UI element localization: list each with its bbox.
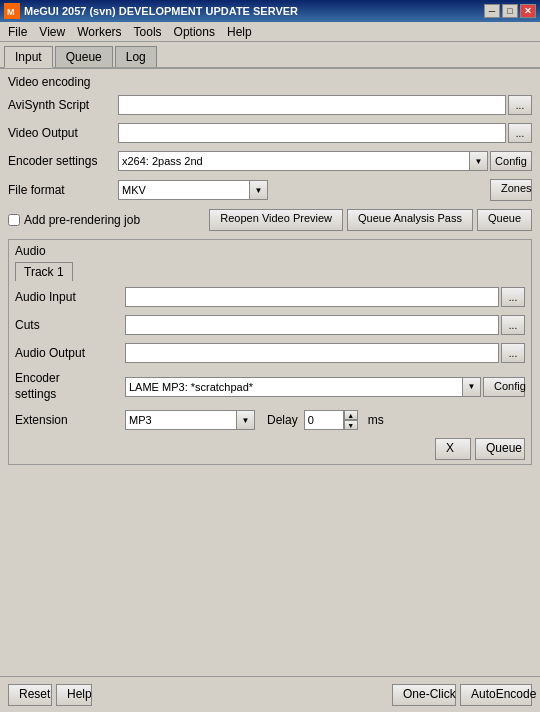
avisynth-row: AviSynth Script ... xyxy=(8,95,532,115)
extension-row: Extension ▼ Delay ▲ ▼ ms xyxy=(15,410,525,430)
audio-encoder-settings-dropdown[interactable] xyxy=(125,377,463,397)
audio-output-label: Audio Output xyxy=(15,346,125,360)
cuts-input[interactable] xyxy=(125,315,499,335)
menu-file[interactable]: File xyxy=(2,23,33,41)
menu-options[interactable]: Options xyxy=(168,23,221,41)
audio-section: Audio Track 1 Audio Input ... Cuts ... xyxy=(8,239,532,465)
encoder-settings-config-button[interactable]: Config xyxy=(490,151,532,171)
auto-encode-button[interactable]: AutoEncode xyxy=(460,684,532,706)
video-queue-button[interactable]: Queue xyxy=(477,209,532,231)
queue-analysis-pass-button[interactable]: Queue Analysis Pass xyxy=(347,209,473,231)
zones-button[interactable]: Zones xyxy=(490,179,532,201)
app-icon: M xyxy=(4,3,20,19)
tab-input[interactable]: Input xyxy=(4,46,53,68)
delay-down-button[interactable]: ▼ xyxy=(344,420,358,430)
audio-track-tab[interactable]: Track 1 xyxy=(15,262,73,281)
tab-log[interactable]: Log xyxy=(115,46,157,67)
audio-input-row: Audio Input ... xyxy=(15,287,525,307)
extension-label: Extension xyxy=(15,413,125,427)
avisynth-label: AviSynth Script xyxy=(8,98,118,112)
video-encoding-label: Video encoding xyxy=(8,75,532,89)
encoder-settings-label: Encoder settings xyxy=(8,154,118,168)
svg-text:M: M xyxy=(7,7,15,17)
audio-output-row: Audio Output ... xyxy=(15,343,525,363)
title-text: MeGUI 2057 (svn) DEVELOPMENT UPDATE SERV… xyxy=(24,5,298,17)
audio-encoder-config-button[interactable]: Config xyxy=(483,377,525,397)
video-output-input[interactable] xyxy=(118,123,506,143)
file-format-dropdown[interactable] xyxy=(118,180,250,200)
audio-tab-bar: Track 1 xyxy=(15,262,525,281)
maximize-button[interactable]: □ xyxy=(502,4,518,18)
delay-up-button[interactable]: ▲ xyxy=(344,410,358,420)
bottom-bar: Reset Help One-Click AutoEncode xyxy=(0,676,540,712)
menu-bar: File View Workers Tools Options Help xyxy=(0,22,540,42)
audio-encoder-settings-row: Encodersettings ▼ Config xyxy=(15,371,525,402)
delay-input[interactable] xyxy=(304,410,344,430)
audio-bottom-buttons: X Queue xyxy=(15,438,525,460)
help-button[interactable]: Help xyxy=(56,684,92,706)
tab-bar: Input Queue Log xyxy=(0,42,540,69)
avisynth-browse-button[interactable]: ... xyxy=(508,95,532,115)
file-format-arrow[interactable]: ▼ xyxy=(250,180,268,200)
delay-spinner[interactable]: ▲ ▼ xyxy=(344,410,358,430)
file-format-row: File format ▼ Zones xyxy=(8,179,532,201)
audio-input-label: Audio Input xyxy=(15,290,125,304)
main-content: Video encoding AviSynth Script ... Video… xyxy=(0,69,540,669)
video-output-row: Video Output ... xyxy=(8,123,532,143)
video-output-label: Video Output xyxy=(8,126,118,140)
audio-output-browse-button[interactable]: ... xyxy=(501,343,525,363)
close-button[interactable]: ✕ xyxy=(520,4,536,18)
audio-encoder-settings-label: Encodersettings xyxy=(15,371,125,402)
delay-label: Delay xyxy=(267,413,298,427)
cuts-label: Cuts xyxy=(15,318,125,332)
reset-button[interactable]: Reset xyxy=(8,684,52,706)
pre-rendering-label: Add pre-rendering job xyxy=(24,213,140,227)
audio-output-input[interactable] xyxy=(125,343,499,363)
audio-input-browse-button[interactable]: ... xyxy=(501,287,525,307)
video-output-browse-button[interactable]: ... xyxy=(508,123,532,143)
encoder-settings-dropdown[interactable] xyxy=(118,151,470,171)
cuts-browse-button[interactable]: ... xyxy=(501,315,525,335)
audio-x-button[interactable]: X xyxy=(435,438,471,460)
tab-queue[interactable]: Queue xyxy=(55,46,113,67)
extension-dropdown[interactable] xyxy=(125,410,237,430)
encoder-settings-arrow[interactable]: ▼ xyxy=(470,151,488,171)
audio-queue-button[interactable]: Queue xyxy=(475,438,525,460)
audio-section-label: Audio xyxy=(15,244,525,258)
menu-tools[interactable]: Tools xyxy=(128,23,168,41)
audio-input-field[interactable] xyxy=(125,287,499,307)
avisynth-input[interactable] xyxy=(118,95,506,115)
minimize-button[interactable]: ─ xyxy=(484,4,500,18)
menu-view[interactable]: View xyxy=(33,23,71,41)
pre-rendering-checkbox[interactable] xyxy=(8,214,20,226)
one-click-button[interactable]: One-Click xyxy=(392,684,456,706)
extension-arrow[interactable]: ▼ xyxy=(237,410,255,430)
menu-workers[interactable]: Workers xyxy=(71,23,127,41)
cuts-row: Cuts ... xyxy=(15,315,525,335)
reopen-video-preview-button[interactable]: Reopen Video Preview xyxy=(209,209,343,231)
file-format-label: File format xyxy=(8,183,118,197)
title-bar: M MeGUI 2057 (svn) DEVELOPMENT UPDATE SE… xyxy=(0,0,540,22)
encoder-settings-row: Encoder settings ▼ Config xyxy=(8,151,532,171)
audio-encoder-settings-arrow[interactable]: ▼ xyxy=(463,377,481,397)
ms-label: ms xyxy=(368,413,384,427)
menu-help[interactable]: Help xyxy=(221,23,258,41)
